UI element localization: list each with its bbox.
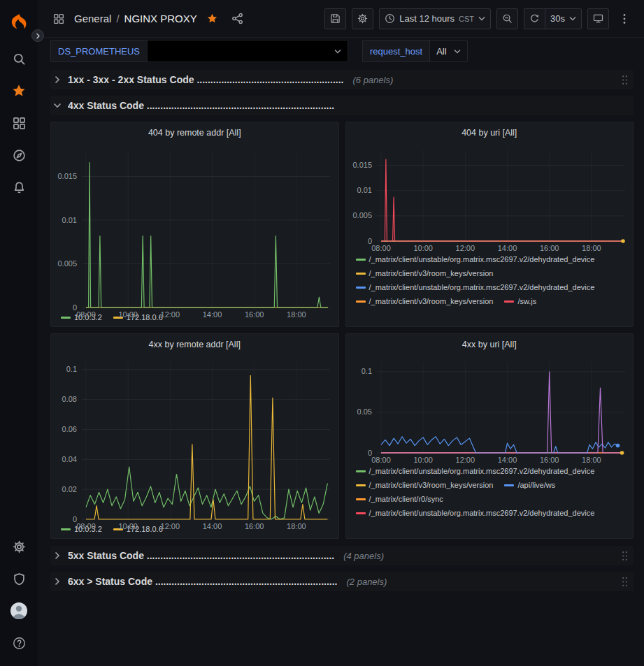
sidebar-item-starred[interactable] <box>3 75 34 106</box>
star-icon <box>11 83 27 99</box>
grafana-app: General / NGINX PROXY Last 12 hours <box>0 0 644 666</box>
panel-title-bar[interactable]: 404 by remote addr [All] <box>51 122 338 143</box>
legend-series-swatch <box>356 273 366 275</box>
svg-text:14:00: 14:00 <box>203 310 222 319</box>
legend-series-swatch <box>356 484 366 486</box>
variable-label-request-host: request_host <box>362 40 429 62</box>
sidebar-item-configuration[interactable] <box>3 531 34 562</box>
panel-title-bar[interactable]: 4xx by remote addr [All] <box>51 334 338 355</box>
legend-series-label: /_matrix/client/v3/room_keys/version <box>369 481 494 489</box>
legend-item[interactable]: /sw.js <box>504 297 536 305</box>
legend-series-swatch <box>356 470 366 472</box>
chevron-down-icon <box>334 49 341 54</box>
legend-series-label: /_matrix/client/unstable/org.matrix.msc2… <box>369 255 595 263</box>
sidebar-expand-button[interactable] <box>31 29 44 42</box>
save-dashboard-button[interactable] <box>324 8 346 29</box>
grafana-logo[interactable] <box>3 6 34 37</box>
sidebar <box>0 0 38 666</box>
panel-title-bar[interactable]: 4xx by uri [All] <box>346 334 634 355</box>
legend-item[interactable]: /api/live/ws <box>504 481 555 489</box>
svg-text:0.005: 0.005 <box>57 259 77 268</box>
top-navbar: General / NGINX PROXY Last 12 hours <box>38 0 644 38</box>
svg-text:18:00: 18:00 <box>582 456 601 464</box>
refresh-button[interactable] <box>524 8 545 29</box>
breadcrumb-folder[interactable]: General <box>74 13 111 24</box>
monitor-icon <box>593 13 603 24</box>
panel-title-bar[interactable]: 404 by uri [All] <box>346 122 634 143</box>
legend-series-label: /_matrix/client/v3/room_keys/version <box>369 297 494 305</box>
panel-legend: /_matrix/client/unstable/org.matrix.msc2… <box>346 465 634 538</box>
svg-text:0.1: 0.1 <box>361 367 371 375</box>
datasource-picker[interactable] <box>147 40 348 62</box>
cycle-view-mode-button[interactable] <box>587 8 609 29</box>
legend-item[interactable]: /_matrix/client/v3/room_keys/version <box>356 269 494 277</box>
svg-text:0.01: 0.01 <box>357 186 371 194</box>
refresh-interval-dropdown[interactable]: 30s <box>545 8 582 29</box>
legend-series-label: /sw.js <box>517 297 536 305</box>
share-icon <box>231 13 243 24</box>
kebab-icon <box>623 13 626 24</box>
panel-404-by-uri: 404 by uri [All] 08:0010:0012:0014:0016:… <box>345 122 634 327</box>
row-title: 5xx Status Code ........................… <box>68 550 334 561</box>
svg-text:14:00: 14:00 <box>203 522 222 530</box>
sidebar-item-profile[interactable] <box>3 595 34 626</box>
zoom-out-button[interactable] <box>496 8 518 29</box>
sidebar-item-alerting[interactable] <box>3 172 34 203</box>
apps-grid-icon <box>49 9 69 29</box>
favorite-star-button[interactable] <box>203 9 222 29</box>
help-question-icon <box>13 637 26 650</box>
svg-text:08:00: 08:00 <box>76 522 96 530</box>
svg-text:0: 0 <box>73 303 77 312</box>
svg-text:18:00: 18:00 <box>287 310 306 319</box>
row-title: 6xx > Status Code ......................… <box>68 576 338 587</box>
svg-text:0: 0 <box>367 237 371 245</box>
row-5xx-status-code[interactable]: 5xx Status Code ........................… <box>50 546 634 565</box>
legend-item[interactable]: /_matrix/client/unstable/org.matrix.msc2… <box>356 255 595 263</box>
legend-item[interactable]: /_matrix/client/v3/room_keys/version <box>356 297 494 305</box>
svg-text:0.06: 0.06 <box>62 425 77 433</box>
timeseries-chart[interactable]: 08:0010:0012:0014:0016:0018:0000.020.040… <box>51 355 338 523</box>
timeseries-chart[interactable]: 08:0010:0012:0014:0016:0018:0000.050.1 <box>346 355 634 465</box>
legend-item[interactable]: /_matrix/client/unstable/org.matrix.msc2… <box>356 467 595 475</box>
chevron-right-icon <box>53 75 62 84</box>
sidebar-item-help[interactable] <box>3 628 34 658</box>
svg-text:0.015: 0.015 <box>57 172 77 180</box>
request-host-value: All <box>436 46 446 57</box>
legend-series-swatch <box>356 259 366 261</box>
timeseries-chart[interactable]: 08:0010:0012:0014:0016:0018:0000.0050.01… <box>346 143 634 254</box>
sidebar-item-search[interactable] <box>3 43 34 74</box>
row-drag-handle-icon[interactable] <box>620 577 629 587</box>
chevron-down-icon <box>478 16 485 21</box>
row-4xx-status-code[interactable]: 4xx Status Code ........................… <box>50 96 634 115</box>
svg-text:18:00: 18:00 <box>582 244 601 252</box>
refresh-icon <box>529 13 540 24</box>
request-host-picker[interactable]: All <box>429 40 467 62</box>
save-icon <box>330 13 341 24</box>
row-drag-handle-icon[interactable] <box>620 551 629 561</box>
row-6xx-status-code[interactable]: 6xx > Status Code ......................… <box>50 572 634 591</box>
row-title: 4xx Status Code ........................… <box>68 100 334 111</box>
chevron-right-icon <box>53 551 62 560</box>
kebab-menu-button[interactable] <box>615 9 634 29</box>
dashboard-settings-button[interactable] <box>352 8 373 29</box>
breadcrumb: General / NGINX PROXY <box>74 13 197 24</box>
svg-text:12:00: 12:00 <box>455 456 475 464</box>
svg-text:0.005: 0.005 <box>352 211 372 219</box>
sidebar-item-server-admin[interactable] <box>3 563 34 594</box>
legend-item[interactable]: /_matrix/client/v3/room_keys/version <box>356 481 494 489</box>
svg-text:10:00: 10:00 <box>118 522 138 530</box>
svg-text:08:00: 08:00 <box>371 456 391 464</box>
share-dashboard-button[interactable] <box>228 9 248 29</box>
legend-item[interactable]: /_matrix/client/unstable/org.matrix.msc2… <box>356 283 595 291</box>
timeseries-chart[interactable]: 08:0010:0012:0014:0016:0018:0000.0050.01… <box>51 143 338 312</box>
panel-grid: 404 by remote addr [All] 08:0010:0012:00… <box>50 122 634 539</box>
legend-item[interactable]: /_matrix/client/unstable/org.matrix.msc2… <box>356 509 595 517</box>
sidebar-item-explore[interactable] <box>3 140 34 171</box>
row-drag-handle-icon[interactable] <box>620 75 629 85</box>
panel-title: 404 by remote addr [All] <box>148 128 241 138</box>
row-1xx-3xx-2xx-status-code[interactable]: 1xx - 3xx - 2xx Status Code ............… <box>50 70 634 89</box>
sidebar-item-dashboards[interactable] <box>3 108 34 138</box>
time-range-picker[interactable]: Last 12 hours CST <box>379 8 491 29</box>
legend-item[interactable]: /_matrix/client/r0/sync <box>356 495 443 503</box>
navbar-actions: Last 12 hours CST 30s <box>324 8 634 29</box>
